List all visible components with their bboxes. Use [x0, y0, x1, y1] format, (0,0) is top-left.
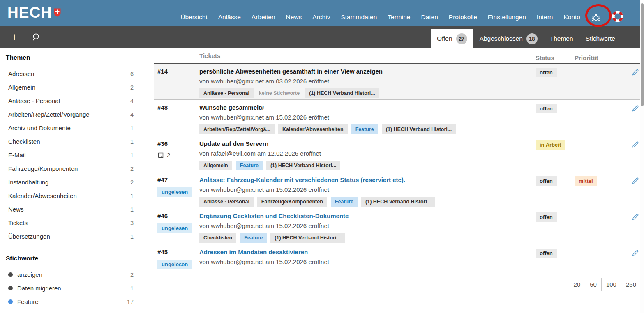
- table-row[interactable]: #47 ungelesen Anlässe: Fahrzeug-Kalender…: [154, 172, 640, 208]
- sidebar-item-label: Kalender/Abwesenheiten: [8, 192, 77, 199]
- ticket-rows: #14 persönliche Abwesenheiten gesamthaft…: [154, 64, 640, 268]
- ticket-id: #14: [157, 68, 199, 75]
- ticket-tag: Anlässe - Personal: [199, 88, 254, 98]
- sidebar-item[interactable]: Fahrzeuge/Komponenten 2: [8, 162, 134, 175]
- sidebar-item[interactable]: Allgemein 2: [8, 81, 134, 94]
- sidebar-item[interactable]: Tickets 3: [8, 216, 134, 230]
- status-badge: offen: [536, 68, 557, 77]
- unread-badge: ungelesen: [157, 187, 192, 197]
- nav-item[interactable]: Übersicht: [180, 14, 207, 21]
- ticket-byline: von rafael@e9li.com am 12.02.2026 eröffn…: [199, 150, 536, 157]
- nav-item[interactable]: Protokolle: [449, 14, 477, 21]
- sidebar-item[interactable]: Checklisten 1: [8, 135, 134, 148]
- sidebar-item-count: 4: [130, 98, 134, 104]
- sidebar-item-count: 1: [130, 193, 134, 199]
- tab-label: Offen: [437, 35, 452, 42]
- sidebar-item[interactable]: Daten migrieren 1: [8, 281, 134, 295]
- sidebar-item[interactable]: anzeigen 2: [8, 268, 134, 281]
- status-badge: offen: [536, 104, 557, 113]
- sidebar-item-count: 1: [130, 206, 134, 213]
- ticket-byline: von wwhuber@gmx.net am 15.02.2026 eröffn…: [199, 186, 536, 193]
- ticket-tag: Kalender/Abwesenheiten: [278, 124, 348, 134]
- sidebar-item-count: 1: [130, 152, 134, 159]
- page-size-option[interactable]: 250: [621, 278, 641, 291]
- ticket-title[interactable]: persönliche Abwesenheiten gesamthaft in …: [199, 68, 536, 75]
- page-size-option[interactable]: 20: [569, 278, 586, 291]
- ticket-id: #46: [157, 212, 199, 219]
- top-icons: [580, 0, 624, 26]
- sidebar-item[interactable]: Adressen 6: [8, 67, 134, 81]
- nav-item[interactable]: News: [286, 14, 302, 21]
- add-button[interactable]: +: [11, 32, 18, 43]
- ticket-title[interactable]: Ergänzung Cecklisten und Checklisten-Dok…: [199, 212, 536, 219]
- tab-bar: Offen 27 Abgeschlossen 18 Themen Stichwo…: [431, 29, 621, 48]
- nav-item[interactable]: Anlässe: [218, 14, 241, 21]
- table-row[interactable]: #36 2 Update auf den Servern von rafael@…: [154, 136, 640, 172]
- ticket-tags: Anlässe - PersonalFahrzeuge/KomponentenF…: [199, 197, 536, 207]
- sidebar-item-label: Feature: [17, 298, 39, 305]
- ticket-title[interactable]: Wünsche gesammelt#: [199, 104, 536, 111]
- status-badge: offen: [536, 212, 557, 222]
- stichworte-heading: Stichworte: [6, 255, 154, 262]
- search-icon[interactable]: [31, 32, 41, 42]
- page-size-option[interactable]: 100: [602, 278, 621, 291]
- sidebar-item[interactable]: Anlässe - Personal 4: [8, 94, 134, 108]
- toolbar-tab[interactable]: Stichworte: [579, 29, 621, 48]
- scrollbar-thumb[interactable]: [641, 3, 644, 106]
- sidebar-item[interactable]: E-Mail 1: [8, 148, 134, 162]
- edit-icon[interactable]: [631, 177, 639, 185]
- toolbar-tab[interactable]: Abgeschlossen 18: [473, 29, 544, 48]
- ticket-byline: von wwhuber@gmx.net am 15.02.2026 eröffn…: [199, 258, 536, 265]
- edit-icon[interactable]: [631, 68, 639, 76]
- header-priority: Priorität: [575, 50, 625, 61]
- sidebar-item[interactable]: Kalender/Abwesenheiten 1: [8, 189, 134, 203]
- help-lifebuoy-icon[interactable]: [612, 10, 624, 23]
- edit-icon[interactable]: [631, 249, 639, 257]
- ticket-title[interactable]: Anlässe: Fahrzeug-Kalender mit verschied…: [199, 176, 536, 183]
- edit-icon[interactable]: [631, 104, 639, 113]
- sidebar-item[interactable]: Arbeiten/Rep/Zettel/Vorgänge 4: [8, 108, 134, 121]
- sidebar-item-label: Arbeiten/Rep/Zettel/Vorgänge: [8, 111, 90, 118]
- sidebar-item[interactable]: Archiv und Dokumente 1: [8, 121, 134, 135]
- nav-item[interactable]: Intern: [537, 14, 553, 21]
- sidebar-item-label: Instandhaltung: [8, 179, 48, 186]
- ticket-tag: (1) HECH Verband Histori...: [270, 233, 344, 243]
- table-row[interactable]: #14 persönliche Abwesenheiten gesamthaft…: [154, 64, 640, 100]
- sidebar-item[interactable]: Feature 17: [8, 295, 134, 308]
- page-size-option[interactable]: 50: [585, 278, 602, 291]
- ticket-title[interactable]: Adressen im Mandaten desaktivieren: [199, 249, 536, 255]
- bug-report-icon[interactable]: [590, 11, 602, 23]
- ticket-tag: (1) HECH Verband Histori...: [305, 88, 379, 98]
- nav-item[interactable]: Stammdaten: [341, 14, 377, 21]
- ticket-tag: Anlässe - Personal: [199, 197, 254, 207]
- sidebar-item-count: 4: [130, 111, 134, 118]
- table-row[interactable]: #46 ungelesen Ergänzung Cecklisten und C…: [154, 208, 640, 244]
- sidebar-item[interactable]: News 1: [8, 203, 134, 216]
- nav-item[interactable]: Archiv: [312, 14, 330, 21]
- edit-icon[interactable]: [631, 140, 639, 149]
- app-logo[interactable]: HECH: [7, 0, 61, 26]
- sidebar-item-label: Checklisten: [8, 138, 40, 145]
- ticket-id: #45: [157, 249, 199, 255]
- edit-icon[interactable]: [631, 213, 639, 221]
- nav-item[interactable]: Arbeiten: [252, 14, 275, 21]
- nav-item[interactable]: Konto: [563, 14, 580, 21]
- nav-item[interactable]: Termine: [388, 14, 410, 21]
- nav-item[interactable]: Daten: [421, 14, 438, 21]
- toolbar-tab[interactable]: Themen: [544, 29, 579, 48]
- table-row[interactable]: #48 Wünsche gesammelt# von wwhuber@gmx.n…: [154, 100, 640, 136]
- stichworte-list: anzeigen 2 Daten migrieren 1 Feature 17: [0, 268, 154, 308]
- sidebar-item[interactable]: Instandhaltung 2: [8, 175, 134, 189]
- ticket-title[interactable]: Update auf den Servern: [199, 140, 536, 147]
- keyword-color-dot: [8, 272, 13, 277]
- ticket-tag: Allgemein: [199, 161, 232, 170]
- ticket-tag: keine Stichworte: [257, 88, 301, 98]
- sidebar-item[interactable]: Übersetzungen 1: [8, 230, 134, 243]
- ticket-id: #47: [157, 176, 199, 183]
- themen-list: Adressen 6 Allgemein 2 Anlässe - Persona…: [0, 67, 154, 243]
- toolbar-tab[interactable]: Offen 27: [431, 29, 473, 48]
- ticket-tag: Feature: [331, 197, 358, 207]
- scrollbar-track[interactable]: [640, 0, 644, 313]
- table-row[interactable]: #45 ungelesen Adressen im Mandaten desak…: [154, 244, 640, 268]
- nav-item[interactable]: Einstellungen: [488, 14, 526, 21]
